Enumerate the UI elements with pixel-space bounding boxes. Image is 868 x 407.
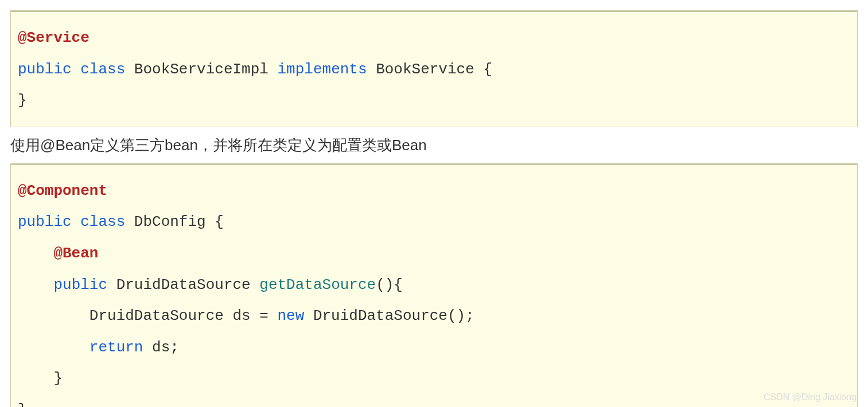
code-line: public class DbConfig { xyxy=(18,206,850,238)
indent xyxy=(18,307,89,324)
code-line: return ds; xyxy=(18,332,850,363)
code-line: @Bean xyxy=(18,238,850,269)
annotation-bean: @Bean xyxy=(18,245,98,262)
keyword-implements: implements xyxy=(278,61,367,78)
text-space xyxy=(268,61,278,78)
watermark-text: CSDN @Ding Jiaxiong xyxy=(764,392,857,402)
brace-close: } xyxy=(18,401,27,407)
brace-close: } xyxy=(18,92,27,109)
brace-close: } xyxy=(18,370,63,387)
text-space xyxy=(72,213,81,230)
description-text: 使用@Bean定义第三方bean，并将所在类定义为配置类或Bean xyxy=(10,135,858,155)
code-block-1: @Service public class BookServiceImpl im… xyxy=(10,10,858,127)
statement-part: DruidDataSource(); xyxy=(304,307,474,324)
code-line: } xyxy=(18,363,850,394)
keyword-public: public xyxy=(53,276,107,293)
text-space xyxy=(125,213,134,230)
annotation-component: @Component xyxy=(18,182,107,199)
code-line: public class BookServiceImpl implements … xyxy=(18,54,850,85)
keyword-public: public xyxy=(18,61,72,78)
text-space xyxy=(125,61,134,78)
annotation-service: @Service xyxy=(18,29,89,46)
keyword-class: class xyxy=(80,61,125,78)
class-name: DbConfig { xyxy=(134,213,224,230)
return-value: ds; xyxy=(143,339,178,356)
keyword-public: public xyxy=(18,213,72,230)
code-block-2: @Component public class DbConfig { @Bean… xyxy=(10,163,858,407)
code-line: } xyxy=(18,394,850,407)
indent xyxy=(18,339,89,356)
code-line: @Service xyxy=(18,22,850,54)
text-space xyxy=(251,276,260,293)
code-line: } xyxy=(18,85,850,116)
keyword-return: return xyxy=(89,339,143,356)
text-space xyxy=(107,276,116,293)
text-space xyxy=(72,61,81,78)
method-parens: (){ xyxy=(376,276,403,293)
class-name: BookServiceImpl xyxy=(134,61,268,78)
return-type: DruidDataSource xyxy=(116,276,251,293)
text-space xyxy=(367,61,376,78)
code-line: public DruidDataSource getDataSource(){ xyxy=(18,269,850,301)
keyword-class: class xyxy=(80,213,125,230)
indent xyxy=(18,276,53,293)
interface-name: BookService { xyxy=(376,61,492,78)
keyword-new: new xyxy=(277,307,304,324)
statement-part: DruidDataSource ds = xyxy=(89,307,278,324)
code-line: @Component xyxy=(18,175,850,207)
method-name: getDataSource xyxy=(259,276,376,293)
code-line: DruidDataSource ds = new DruidDataSource… xyxy=(18,300,850,332)
